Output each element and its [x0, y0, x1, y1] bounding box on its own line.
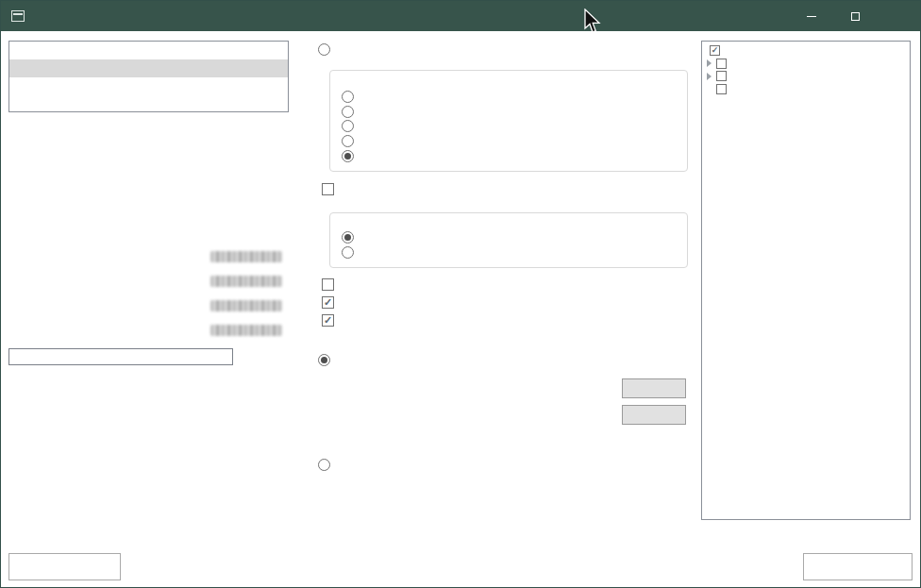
expander-icon[interactable]: [707, 73, 712, 80]
info-row-architecture: [8, 195, 289, 220]
left-panel: [8, 31, 289, 385]
layout-tree-layout-radio[interactable]: [342, 148, 678, 163]
info-row-metadata-version: [8, 122, 289, 146]
checkbox-icon: [716, 59, 727, 69]
redacted-value: [210, 251, 282, 262]
minimize-icon: [807, 16, 816, 17]
assembly-attributes-separate-files-checkbox[interactable]: [322, 312, 692, 328]
radio-icon: [318, 43, 330, 56]
maximize-button[interactable]: [833, 1, 877, 31]
namespace-item-global[interactable]: [702, 44, 910, 58]
info-row-metadata-registration: [8, 269, 289, 294]
checkbox-icon-checked: [322, 296, 334, 309]
radio-icon: [342, 120, 354, 132]
image-option-32bit-arm[interactable]: [9, 42, 288, 59]
layout-file-per-assembly-radio[interactable]: [342, 119, 678, 134]
namespace-item-unityengineinternal[interactable]: [702, 83, 910, 96]
radio-icon: [318, 459, 330, 471]
radio-icon-selected: [342, 231, 354, 244]
info-row-word-size: [8, 220, 289, 244]
radio-icon: [342, 246, 354, 259]
radio-icon-selected: [342, 150, 354, 162]
checkbox-icon: [716, 71, 727, 81]
info-row-code-registration: [8, 294, 289, 318]
suppress-metadata-comments-checkbox[interactable]: [322, 277, 692, 292]
minimize-button[interactable]: [790, 1, 833, 31]
sorting-alphabetical-radio[interactable]: [342, 230, 678, 245]
unity-editor-path-row: [344, 378, 686, 398]
configure-output-panel: [318, 31, 692, 478]
redacted-value: [210, 325, 282, 336]
info-row-coderegistration-function: [8, 318, 289, 343]
radio-icon-selected: [318, 354, 330, 366]
maximize-icon: [851, 12, 860, 21]
expander-icon[interactable]: [707, 59, 712, 67]
namespaces-listbox: [701, 41, 911, 520]
attempt-compilable-output-checkbox[interactable]: [322, 294, 692, 310]
idapython-script-radio[interactable]: [318, 457, 692, 473]
info-row-endianness: [8, 171, 289, 195]
image-listbox: [8, 41, 289, 112]
type-sorting-groupbox: [329, 212, 688, 268]
csharp-prototypes-radio[interactable]: [318, 42, 692, 58]
close-button[interactable]: [877, 1, 920, 31]
window-controls: [790, 1, 920, 31]
radio-icon: [342, 135, 354, 147]
layout-file-per-namespace-radio[interactable]: [342, 105, 678, 120]
redacted-value: [210, 276, 282, 287]
visual-studio-solution-radio[interactable]: [318, 352, 692, 368]
checkbox-icon: [322, 278, 334, 291]
namespace-item-unityengine[interactable]: [702, 70, 910, 83]
unity-script-assemblies-path-row: [344, 404, 686, 425]
layout-file-per-class-radio[interactable]: [342, 134, 678, 149]
layout-groupbox: [329, 70, 688, 172]
info-row-container-format: [8, 146, 289, 171]
app-window: [0, 0, 921, 588]
layout-single-file-radio[interactable]: [342, 90, 678, 105]
redacted-value: [210, 300, 282, 311]
app-icon: [11, 10, 25, 22]
image-option-64bit-arm64[interactable]: [9, 59, 288, 77]
browse-script-assemblies-button[interactable]: [622, 405, 686, 425]
bitcoin-address-input[interactable]: [8, 348, 233, 365]
titlebar: [1, 1, 920, 31]
info-row-va-offset: [8, 244, 289, 269]
radio-icon: [342, 106, 354, 118]
namespace-item-unity[interactable]: [702, 58, 910, 71]
image-information-table: [8, 122, 289, 343]
checkbox-icon-checked: [322, 314, 334, 327]
export-button[interactable]: [803, 553, 913, 580]
back-button[interactable]: [8, 553, 121, 580]
checkbox-icon: [716, 84, 727, 94]
browse-editor-path-button[interactable]: [622, 378, 686, 398]
main-content: [1, 31, 920, 587]
radio-icon: [342, 91, 354, 103]
checkbox-icon: [322, 183, 334, 195]
flatten-hierarchy-checkbox[interactable]: [322, 182, 692, 197]
sorting-type-definition-index-radio[interactable]: [342, 245, 678, 260]
checkbox-icon-checked: [710, 45, 720, 56]
namespaces-panel: [701, 31, 914, 520]
